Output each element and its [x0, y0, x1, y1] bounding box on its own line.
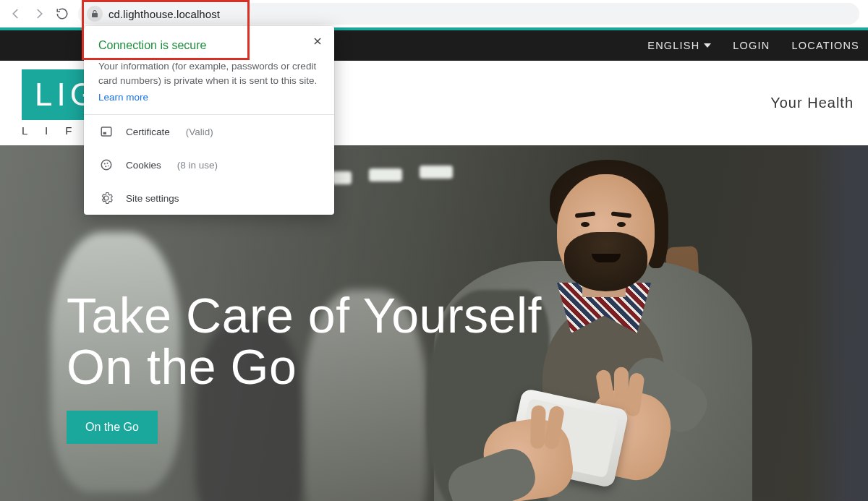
svg-rect-3	[103, 132, 107, 134]
svg-point-6	[106, 163, 108, 164]
popover-description: Your information (for example, passwords…	[98, 59, 320, 87]
certificate-icon	[100, 125, 113, 138]
learn-more-link[interactable]: Learn more	[98, 92, 148, 103]
gear-icon	[100, 192, 113, 205]
bg-train	[803, 145, 868, 501]
lock-icon[interactable]	[87, 6, 103, 22]
locations-link[interactable]: LOCATIONS	[791, 40, 859, 51]
hero-title-line1: Take Care of Yourself	[67, 288, 542, 343]
hero-title: Take Care of Yourself On the Go	[67, 290, 542, 393]
browser-toolbar: cd.lighthouse.localhost	[0, 0, 868, 27]
cookies-label: Cookies	[126, 160, 161, 171]
address-bar[interactable]: cd.lighthouse.localhost	[78, 3, 859, 25]
cookie-icon	[100, 158, 113, 171]
hero-title-line2: On the Go	[67, 339, 297, 394]
svg-point-8	[108, 166, 109, 167]
back-icon[interactable]	[9, 7, 23, 21]
popover-title: Connection is secure	[98, 39, 320, 52]
certificate-row[interactable]: Certificate (Valid)	[84, 115, 334, 148]
chevron-down-icon	[704, 43, 711, 48]
certificate-label: Certificate	[126, 127, 170, 137]
site-security-popover: Connection is secure Your information (f…	[84, 26, 334, 215]
cookies-row[interactable]: Cookies (8 in use)	[84, 148, 334, 181]
address-bar-text: cd.lighthouse.localhost	[109, 8, 220, 20]
svg-point-5	[104, 163, 106, 165]
forward-icon[interactable]	[32, 7, 46, 21]
close-icon[interactable]	[308, 32, 327, 51]
site-settings-label: Site settings	[126, 193, 179, 204]
bg-light	[369, 168, 402, 181]
svg-point-4	[101, 160, 111, 170]
svg-point-7	[105, 166, 106, 167]
header-tagline: Your Health	[770, 95, 854, 111]
login-link[interactable]: LOGIN	[733, 40, 770, 51]
hero-cta-button[interactable]: On the Go	[67, 411, 158, 444]
language-label: ENGLISH	[647, 40, 699, 51]
site-settings-row[interactable]: Site settings	[84, 181, 334, 215]
cookies-status: (8 in use)	[177, 160, 218, 171]
reload-icon[interactable]	[55, 7, 69, 21]
svg-rect-2	[101, 127, 111, 136]
language-selector[interactable]: ENGLISH	[647, 40, 711, 51]
certificate-status: (Valid)	[186, 127, 213, 137]
